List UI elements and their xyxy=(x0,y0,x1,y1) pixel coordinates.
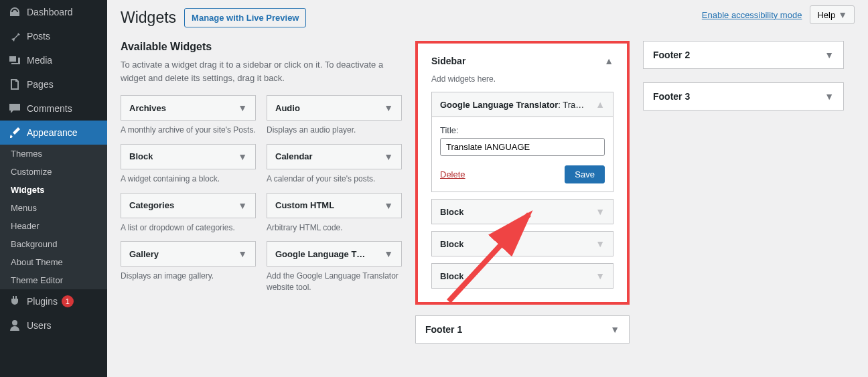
placed-widget-header[interactable]: Block▼ xyxy=(432,264,613,288)
widget-desc: Arbitrary HTML code. xyxy=(267,222,402,234)
caret-down-icon: ▼ xyxy=(610,324,620,335)
caret-down-icon: ▼ xyxy=(238,200,247,211)
placed-widget-block: Block▼ xyxy=(431,231,613,256)
tutorial-highlight: Sidebar▲ Add widgets here. Google Langua… xyxy=(415,41,630,305)
widget-desc: A monthly archive of your site's Posts. xyxy=(121,125,256,136)
caret-down-icon: ▼ xyxy=(238,248,247,259)
help-button[interactable]: Help▼ xyxy=(810,5,855,24)
menu-label: Media xyxy=(27,55,52,66)
caret-down-icon: ▼ xyxy=(384,248,393,259)
menu-media[interactable]: Media xyxy=(0,48,107,72)
caret-down-icon: ▼ xyxy=(238,102,247,113)
submenu-about-theme[interactable]: About Theme xyxy=(0,253,107,271)
menu-posts[interactable]: Posts xyxy=(0,24,107,48)
available-widgets-heading: Available Widgets xyxy=(121,41,402,53)
placed-widget-header[interactable]: Block▼ xyxy=(432,232,613,256)
submenu-menus[interactable]: Menus xyxy=(0,199,107,217)
area-footer2-header[interactable]: Footer 2▼ xyxy=(644,42,843,68)
caret-down-icon: ▼ xyxy=(384,102,393,113)
comment-icon xyxy=(8,102,21,115)
menu-pages[interactable]: Pages xyxy=(0,72,107,96)
placed-widget-header[interactable]: Block▼ xyxy=(432,200,613,224)
pin-icon xyxy=(8,29,21,43)
widget-google-translator[interactable]: Google Language T…▼ xyxy=(267,241,402,267)
caret-up-icon: ▲ xyxy=(604,56,613,66)
menu-label: Pages xyxy=(27,79,54,90)
widget-desc: Displays an audio player. xyxy=(267,125,402,136)
caret-up-icon: ▲ xyxy=(595,99,605,110)
widget-title-input[interactable] xyxy=(440,138,605,156)
caret-down-icon: ▼ xyxy=(595,271,605,281)
appearance-submenu: Themes Customize Widgets Menus Header Ba… xyxy=(0,145,107,289)
placed-widget-block: Block▼ xyxy=(431,199,613,224)
menu-label: Appearance xyxy=(27,127,78,138)
widget-desc: A calendar of your site's posts. xyxy=(267,173,402,185)
widget-desc: A widget containing a block. xyxy=(121,173,256,185)
page-title: Widgets xyxy=(121,9,176,27)
widget-audio[interactable]: Audio▼ xyxy=(267,95,402,121)
title-field-label: Title: xyxy=(440,125,605,135)
menu-label: Comments xyxy=(27,103,72,114)
menu-plugins[interactable]: Plugins1 xyxy=(0,289,107,313)
caret-down-icon: ▼ xyxy=(384,151,393,162)
widget-desc: A list or dropdown of categories. xyxy=(121,222,256,234)
caret-down-icon: ▼ xyxy=(838,9,847,20)
menu-label: Plugins xyxy=(27,296,58,307)
menu-label: Posts xyxy=(27,31,50,42)
widget-gallery[interactable]: Gallery▼ xyxy=(121,241,256,267)
submenu-header[interactable]: Header xyxy=(0,217,107,235)
caret-down-icon: ▼ xyxy=(824,91,834,102)
menu-users[interactable]: Users xyxy=(0,313,107,337)
widget-archives[interactable]: Archives▼ xyxy=(121,95,256,121)
area-sidebar-header[interactable]: Sidebar▲ xyxy=(422,48,623,74)
widget-custom-html[interactable]: Custom HTML▼ xyxy=(267,193,402,218)
menu-dashboard[interactable]: Dashboard xyxy=(0,0,107,24)
submenu-themes[interactable]: Themes xyxy=(0,145,107,163)
widget-block[interactable]: Block▼ xyxy=(121,144,256,169)
area-hint: Add widgets here. xyxy=(431,74,613,84)
placed-widget-header[interactable]: Google Language Translator: Tra…▲ xyxy=(432,92,613,117)
menu-label: Dashboard xyxy=(27,7,73,17)
caret-down-icon: ▼ xyxy=(595,238,605,249)
menu-label: Users xyxy=(27,320,52,331)
widget-calendar[interactable]: Calendar▼ xyxy=(267,144,402,169)
placed-widget-glt: Google Language Translator: Tra…▲ Title:… xyxy=(431,92,613,192)
widget-desc: Displays an image gallery. xyxy=(121,271,256,282)
caret-down-icon: ▼ xyxy=(824,50,834,60)
save-widget-button[interactable]: Save xyxy=(565,165,605,183)
delete-widget-link[interactable]: Delete xyxy=(440,169,465,179)
widget-desc: Add the Google Language Translator websi… xyxy=(267,271,402,293)
plugin-update-badge: 1 xyxy=(62,295,74,307)
caret-down-icon: ▼ xyxy=(384,200,393,211)
submenu-background[interactable]: Background xyxy=(0,235,107,253)
menu-appearance[interactable]: Appearance xyxy=(0,121,107,145)
user-icon xyxy=(8,319,21,332)
manage-live-preview-button[interactable]: Manage with Live Preview xyxy=(184,8,306,27)
area-footer1-header[interactable]: Footer 1▼ xyxy=(416,316,629,343)
dashboard-icon xyxy=(8,5,21,19)
widget-categories[interactable]: Categories▼ xyxy=(121,193,256,218)
submenu-theme-editor[interactable]: Theme Editor xyxy=(0,271,107,289)
caret-down-icon: ▼ xyxy=(238,151,247,162)
area-footer3-header[interactable]: Footer 3▼ xyxy=(644,83,843,110)
pages-icon xyxy=(8,78,21,91)
submenu-widgets[interactable]: Widgets xyxy=(0,181,107,199)
placed-widget-block: Block▼ xyxy=(431,263,613,289)
caret-down-icon: ▼ xyxy=(595,206,605,217)
media-icon xyxy=(8,54,21,67)
plugin-icon xyxy=(8,295,21,308)
available-widgets-desc: To activate a widget drag it to a sideba… xyxy=(121,58,402,84)
accessibility-mode-link[interactable]: Enable accessibility mode xyxy=(702,10,802,20)
menu-comments[interactable]: Comments xyxy=(0,96,107,121)
brush-icon xyxy=(8,126,21,139)
submenu-customize[interactable]: Customize xyxy=(0,163,107,181)
